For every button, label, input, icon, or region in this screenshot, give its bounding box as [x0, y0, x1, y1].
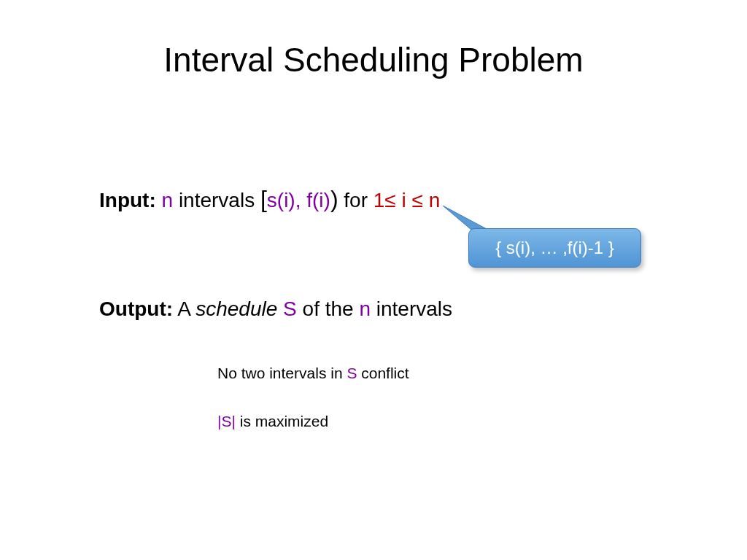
slide-title: Interval Scheduling Problem [0, 40, 747, 79]
output-label: Output: [99, 298, 173, 320]
callout-bubble: { s(i), … ,f(i)-1 } [468, 228, 641, 268]
output-line: Output: A schedule S of the n intervals [99, 298, 452, 321]
input-line: Input: n intervals [s(i), f(i)) for 1≤ i… [99, 186, 440, 213]
callout-text: { s(i), … ,f(i)-1 } [495, 238, 614, 258]
constraint-maximized: |S| is maximized [217, 413, 328, 430]
slide: Interval Scheduling Problem Input: n int… [0, 0, 747, 560]
constraint-no-conflict: No two intervals in S conflict [217, 365, 409, 382]
input-text: n intervals [s(i), f(i)) for 1≤ i ≤ n [162, 189, 441, 211]
input-label: Input: [99, 189, 156, 211]
